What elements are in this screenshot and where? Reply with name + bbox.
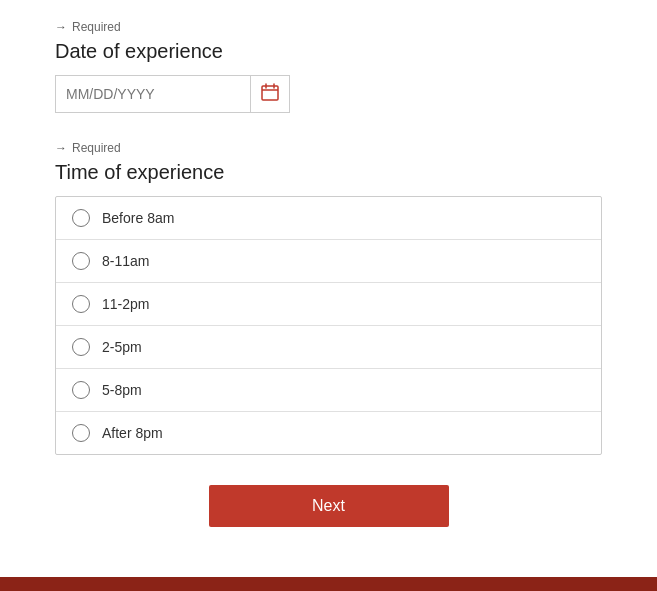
next-button[interactable]: Next: [209, 485, 449, 527]
radio-option[interactable]: 11-2pm: [56, 283, 601, 326]
time-section: → Required Time of experience Before 8am…: [55, 141, 602, 455]
footer: Powered by Medallia Privacy Policy CA Pr…: [0, 577, 657, 591]
svg-rect-0: [262, 86, 278, 100]
radio-label: 2-5pm: [102, 339, 142, 355]
date-section-title: Date of experience: [55, 40, 602, 63]
radio-label: 8-11am: [102, 253, 149, 269]
calendar-button[interactable]: [250, 75, 290, 113]
date-input[interactable]: [55, 75, 250, 113]
radio-option[interactable]: 8-11am: [56, 240, 601, 283]
radio-input[interactable]: [72, 381, 90, 399]
time-required-arrow: →: [55, 141, 67, 155]
date-required-label: → Required: [55, 20, 602, 34]
calendar-icon: [261, 83, 279, 106]
radio-option[interactable]: 2-5pm: [56, 326, 601, 369]
date-required-arrow: →: [55, 20, 67, 34]
radio-input[interactable]: [72, 252, 90, 270]
radio-option[interactable]: 5-8pm: [56, 369, 601, 412]
radio-label: 11-2pm: [102, 296, 149, 312]
radio-input[interactable]: [72, 424, 90, 442]
radio-input[interactable]: [72, 209, 90, 227]
radio-option[interactable]: After 8pm: [56, 412, 601, 454]
date-input-row: [55, 75, 602, 113]
radio-input[interactable]: [72, 295, 90, 313]
time-section-title: Time of experience: [55, 161, 602, 184]
next-button-row: Next: [55, 485, 602, 527]
time-required-label: → Required: [55, 141, 602, 155]
radio-label: Before 8am: [102, 210, 174, 226]
radio-input[interactable]: [72, 338, 90, 356]
radio-option[interactable]: Before 8am: [56, 197, 601, 240]
radio-label: After 8pm: [102, 425, 163, 441]
main-content: → Required Date of experience → Required…: [0, 0, 657, 577]
radio-label: 5-8pm: [102, 382, 142, 398]
time-radio-group: Before 8am 8-11am 11-2pm 2-5pm 5-8pm Aft…: [55, 196, 602, 455]
